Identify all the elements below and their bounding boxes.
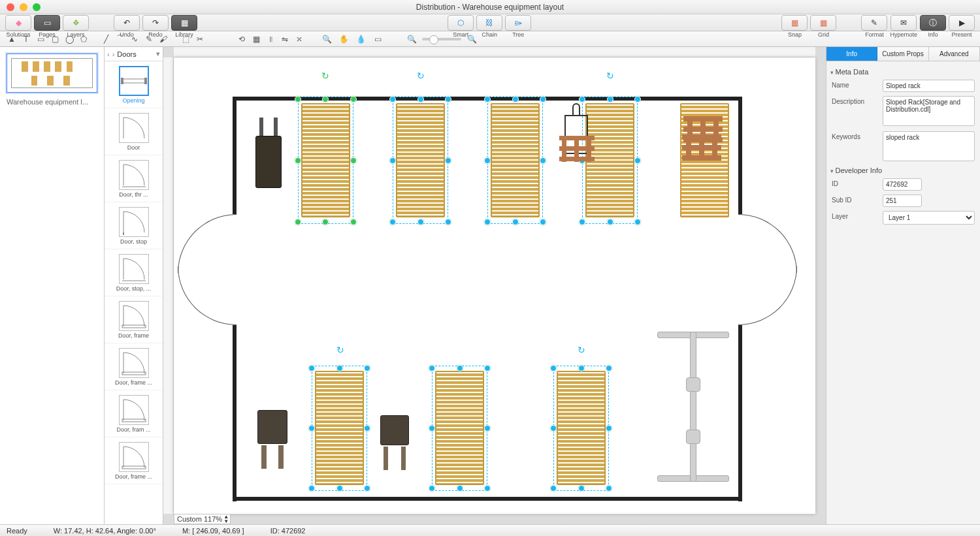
keywords-field[interactable]: sloped rack — [883, 131, 975, 161]
prev-lib-icon[interactable]: ‹ — [107, 50, 110, 58]
library-header[interactable]: ‹ › Doors ▾ — [105, 47, 163, 61]
zoom-out-icon[interactable]: 🔍 — [320, 33, 333, 46]
door-right-lower[interactable] — [738, 266, 797, 325]
wall-bottom[interactable] — [233, 497, 742, 501]
stencil-list[interactable]: Opening Door Door, thr ... Door, stop Do… — [105, 61, 163, 524]
description-label: Description — [832, 96, 879, 105]
stencil-door-stop[interactable]: Door, stop — [105, 202, 163, 249]
rotate-handle[interactable]: ↻ — [321, 71, 329, 81]
pages-button[interactable]: ▭ — [34, 15, 60, 31]
hypernote-label: Hypernote — [890, 31, 917, 38]
rect-tool[interactable]: ▭ — [34, 33, 47, 46]
redo-button[interactable]: ↷ — [142, 15, 169, 31]
drawing-page[interactable]: ↻ ↻ ↻ ↻ — [174, 57, 815, 514]
stencil-door-fram[interactable]: Door, fram ... — [105, 390, 163, 437]
canvas-area[interactable]: ↻ ↻ ↻ ↻ — [163, 47, 826, 524]
pen-tool[interactable]: ✎ — [142, 33, 155, 46]
description-field[interactable]: Sloped Rack[Storage and Distribution.cdl… — [883, 96, 975, 126]
rotate-tool[interactable]: ⟲ — [235, 33, 248, 46]
name-field[interactable] — [883, 80, 975, 92]
pallet-3[interactable] — [559, 136, 595, 162]
present-icon: ▶ — [957, 18, 966, 27]
stencil-door-stop2[interactable]: Door, stop, ... — [105, 249, 163, 296]
roundrect-tool[interactable]: ▢ — [48, 33, 61, 46]
rotate-handle[interactable]: ↻ — [606, 71, 614, 81]
wall-right-upper[interactable] — [738, 97, 742, 214]
wall-left-upper[interactable] — [233, 97, 237, 214]
page-thumbnail[interactable] — [7, 54, 97, 93]
flip-tool[interactable]: ⇋ — [278, 33, 291, 46]
chain-button[interactable]: ⛓ — [476, 15, 502, 31]
select-tool[interactable]: ▲ — [5, 33, 18, 46]
callout-tool[interactable]: ⬠ — [77, 33, 90, 46]
arc-tool[interactable]: ⌒ — [114, 33, 127, 46]
text-tool[interactable]: T — [20, 33, 33, 46]
id-field[interactable] — [883, 178, 922, 191]
line-tool[interactable]: ╱ — [99, 33, 112, 46]
ellipse-tool[interactable]: ◯ — [63, 33, 76, 46]
scissor-lift[interactable] — [657, 332, 729, 482]
tab-custom-props[interactable]: Custom Props — [877, 47, 928, 61]
wall-left-lower[interactable] — [233, 325, 237, 501]
smart-button[interactable]: ⬡ — [448, 15, 474, 31]
section-developer[interactable]: Developer Info — [830, 166, 975, 174]
layer-select[interactable]: Layer 1 — [883, 211, 975, 225]
zoom-out-btn[interactable]: 🔍 — [405, 33, 418, 46]
layers-icon: ❖ — [71, 18, 80, 27]
subid-field[interactable] — [883, 195, 922, 207]
forklift-1[interactable] — [255, 136, 282, 188]
tab-info[interactable]: Info — [826, 47, 877, 61]
rotate-handle[interactable]: ↻ — [578, 345, 585, 355]
door-right-upper[interactable] — [738, 214, 797, 273]
tree-button[interactable]: ⌲ — [505, 15, 531, 31]
snap-button[interactable]: ▦ — [781, 15, 808, 31]
zoom-in-btn[interactable]: 🔍 — [465, 33, 478, 46]
stencil-door[interactable]: Door — [105, 108, 163, 155]
library-button[interactable]: ▦ — [171, 15, 197, 31]
solutions-button[interactable]: ◆ — [5, 15, 31, 31]
section-meta[interactable]: Meta Data — [830, 68, 975, 76]
selection-rack-6 — [312, 366, 367, 491]
ruler-horizontal — [174, 47, 815, 57]
grid-button[interactable]: ▦ — [810, 15, 836, 31]
undo-button[interactable]: ↶ — [114, 15, 140, 31]
pallet-jack-1[interactable] — [257, 410, 287, 469]
hypernote-button[interactable]: ✉ — [890, 15, 917, 31]
lib-menu-icon[interactable]: ▾ — [156, 50, 160, 58]
zoom-slider[interactable] — [422, 38, 461, 40]
distribute-tool[interactable]: ⫴ — [264, 33, 277, 46]
tab-advanced[interactable]: Advanced — [929, 47, 980, 61]
pallet-2[interactable] — [682, 134, 721, 161]
pallet-jack-2[interactable] — [380, 415, 409, 470]
dropper-icon[interactable]: 💧 — [354, 33, 367, 46]
clip-tool[interactable]: ✂ — [193, 33, 206, 46]
undo-icon: ↶ — [122, 18, 131, 27]
stencil-opening[interactable]: Opening — [105, 61, 163, 108]
paint-tool[interactable]: 🖌 — [157, 33, 170, 46]
stencil-door-thr[interactable]: Door, thr ... — [105, 155, 163, 202]
next-lib-icon[interactable]: › — [112, 50, 115, 58]
crop-tool[interactable]: ⬚ — [179, 33, 192, 46]
wall-right-lower[interactable] — [738, 325, 742, 501]
stencil-door-frame[interactable]: Door, frame — [105, 296, 163, 343]
keywords-label: Keywords — [832, 131, 879, 140]
present-button[interactable]: ▶ — [949, 15, 975, 31]
pan-icon[interactable]: ✋ — [337, 33, 350, 46]
stencil-door-frame2[interactable]: Door, frame ... — [105, 343, 163, 390]
layers-button[interactable]: ❖ — [63, 15, 89, 31]
diamond-icon: ◆ — [14, 18, 23, 27]
spline-tool[interactable]: ∿ — [128, 33, 141, 46]
stencil-door-frame3[interactable]: Door, frame ... — [105, 437, 163, 484]
rotate-handle[interactable]: ↻ — [336, 345, 344, 355]
door-left-lower[interactable] — [178, 266, 237, 325]
zoom-picker[interactable]: Custom 117%▲▼ — [174, 514, 231, 524]
info-button[interactable]: ⓘ — [920, 15, 946, 31]
rotate-handle[interactable]: ↻ — [417, 71, 425, 81]
door-left-upper[interactable] — [178, 214, 237, 273]
break-tool[interactable]: ⤫ — [293, 33, 306, 46]
library-icon: ▦ — [180, 18, 189, 27]
align-tool[interactable]: ▦ — [250, 33, 263, 46]
format-button[interactable]: ✎ — [861, 15, 887, 31]
page-icon[interactable]: ▭ — [371, 33, 384, 46]
library-panel: ‹ › Doors ▾ Opening Door Door, thr ... D… — [105, 47, 163, 524]
